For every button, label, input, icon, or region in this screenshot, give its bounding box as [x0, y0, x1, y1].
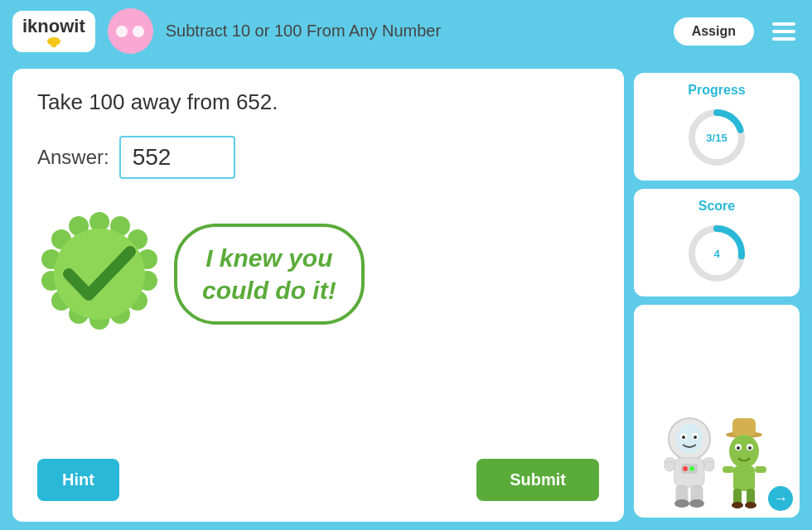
progress-value: 3/15: [706, 132, 727, 144]
mascot-illustration: [663, 393, 771, 509]
submit-button[interactable]: Submit: [476, 459, 599, 501]
svg-point-34: [745, 502, 756, 508]
arrow-right-icon: →: [773, 490, 788, 508]
svg-point-52: [689, 499, 704, 508]
hint-button[interactable]: Hint: [37, 459, 119, 501]
answer-row: Answer:: [37, 136, 599, 179]
success-message-box: I knew you could do it!: [174, 224, 365, 325]
score-section: Score 4: [634, 189, 800, 296]
svg-point-44: [689, 466, 694, 471]
score-label: Score: [698, 199, 735, 214]
svg-point-43: [683, 466, 688, 471]
right-panel: Progress 3/15 Score 4: [634, 69, 800, 522]
success-message-text: I knew you could do it!: [202, 242, 336, 306]
svg-point-23: [729, 435, 759, 468]
main-content: Take 100 away from 652. Answer:: [0, 62, 812, 530]
progress-label: Progress: [688, 83, 745, 98]
mascot-area: →: [634, 305, 800, 518]
app-header: iknowit Subtract 10 or 100 From Any Numb…: [0, 0, 812, 62]
success-badge: [37, 212, 162, 336]
svg-point-51: [674, 499, 689, 508]
progress-section: Progress 3/15: [634, 73, 800, 181]
svg-point-33: [732, 502, 743, 508]
svg-point-26: [737, 446, 740, 450]
menu-button[interactable]: [768, 18, 800, 45]
svg-rect-1: [51, 45, 56, 47]
svg-point-48: [704, 461, 714, 471]
score-donut: 4: [684, 220, 750, 287]
logo-bulb-icon: [46, 37, 62, 47]
svg-point-0: [47, 37, 60, 46]
answer-input[interactable]: [119, 136, 235, 179]
svg-point-47: [665, 461, 674, 471]
hamburger-line: [772, 22, 795, 26]
answer-label: Answer:: [37, 146, 109, 169]
score-value: 4: [713, 248, 719, 260]
question-panel: Take 100 away from 652. Answer:: [12, 69, 624, 522]
activity-icon: [108, 8, 153, 54]
assign-button[interactable]: Assign: [672, 16, 756, 47]
svg-rect-28: [733, 466, 755, 491]
svg-point-27: [748, 446, 752, 450]
svg-rect-30: [755, 466, 766, 473]
svg-rect-22: [732, 418, 756, 436]
bottom-buttons: Hint Submit: [37, 459, 599, 501]
activity-dots: [116, 26, 144, 37]
activity-title: Subtract 10 or 100 From Any Number: [166, 22, 660, 41]
success-area: I knew you could do it!: [37, 212, 599, 336]
question-text: Take 100 away from 652.: [37, 89, 599, 115]
hamburger-line: [772, 37, 795, 41]
next-button[interactable]: →: [768, 486, 793, 511]
svg-point-40: [694, 436, 697, 439]
progress-donut: 3/15: [684, 104, 750, 171]
svg-point-39: [682, 436, 685, 439]
svg-point-36: [676, 424, 703, 454]
svg-rect-29: [723, 466, 734, 473]
logo: iknowit: [12, 11, 95, 52]
badge-scallop-icon: [37, 212, 162, 336]
hamburger-line: [772, 30, 795, 33]
logo-text: iknowit: [22, 16, 85, 37]
